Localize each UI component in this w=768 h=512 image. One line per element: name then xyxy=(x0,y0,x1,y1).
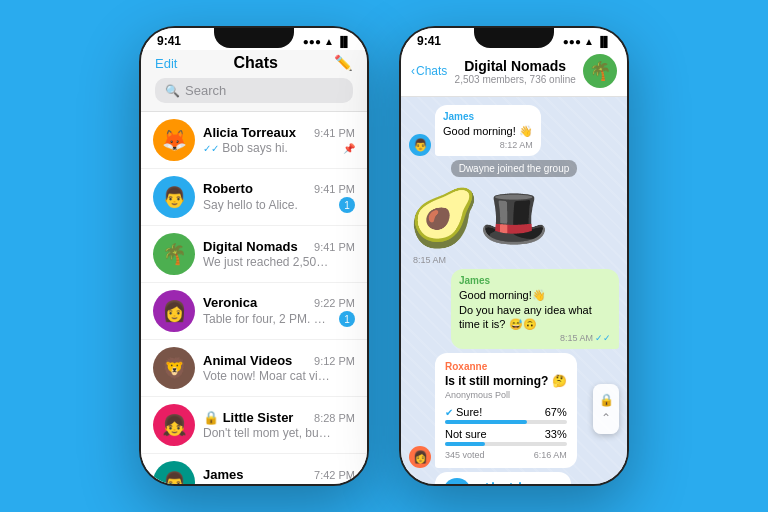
waveform-bar xyxy=(480,485,482,486)
poll-votes: 345 voted xyxy=(445,450,485,460)
waveform-bar xyxy=(492,482,494,486)
sticker: 🥑🎩 xyxy=(409,185,549,251)
chat-info: Roberto 9:41 PM Say hello to Alice. 1 xyxy=(203,181,355,213)
poll-bar-bg xyxy=(445,420,567,424)
group-avatar[interactable]: 🌴 xyxy=(583,54,617,88)
sticker-time: 8:15 AM xyxy=(413,255,619,265)
avatar: 👩 xyxy=(409,446,431,468)
message-sender: James xyxy=(443,111,533,122)
chat-name-row: Roberto 9:41 PM xyxy=(203,181,355,196)
avatar: 👨 xyxy=(409,134,431,156)
search-icon: 🔍 xyxy=(165,84,180,98)
chat-preview: We just reached 2,500 members! WOO! xyxy=(203,255,333,269)
battery-icon: ▐▌ xyxy=(337,36,351,47)
message-row: James Good morning!👋 Do you have any ide… xyxy=(409,269,619,349)
waveform-bar xyxy=(486,483,488,486)
wifi-icon: ▲ xyxy=(324,36,334,47)
poll-label: ✔Sure! 67% xyxy=(445,406,567,418)
chat-preview: Don't tell mom yet, but I got the job! I… xyxy=(203,426,333,440)
list-item[interactable]: 🦁 Animal Videos 9:12 PM Vote now! Moar c… xyxy=(141,340,367,397)
chat-time: 9:41 PM xyxy=(314,241,355,253)
status-icons-left: ●●● ▲ ▐▌ xyxy=(303,36,351,47)
battery-icon-r: ▐▌ xyxy=(597,36,611,47)
chat-name: Roberto xyxy=(203,181,253,196)
chevron-up-icon: ⌃ xyxy=(601,411,611,425)
chat-time: 9:41 PM xyxy=(314,183,355,195)
chat-name: Alicia Torreaux xyxy=(203,125,296,140)
message-row: 👨 James Good morning! 👋 8:12 AM xyxy=(409,105,619,156)
poll-pct: 67% xyxy=(545,406,567,418)
poll-footer: 345 voted 6:16 AM xyxy=(445,450,567,460)
waveform-bar xyxy=(510,483,512,486)
waveform-bar xyxy=(504,485,506,486)
chat-name: James xyxy=(203,467,243,482)
poll-option: Not sure 33% xyxy=(445,428,567,446)
list-item[interactable]: 👨 Roberto 9:41 PM Say hello to Alice. 1 xyxy=(141,169,367,226)
poll-sender: Roxanne xyxy=(445,361,567,372)
chat-preview-row: Table for four, 2 PM. Be there. 1 xyxy=(203,311,355,327)
chat-name: Digital Nomads xyxy=(203,239,298,254)
message-bubble: James Good morning!👋 Do you have any ide… xyxy=(451,269,619,349)
poll-bubble: Roxanne Is it still morning? 🤔 Anonymous… xyxy=(435,353,577,468)
poll-question: Is it still morning? 🤔 xyxy=(445,374,567,388)
chat-name-row: Digital Nomads 9:41 PM xyxy=(203,239,355,254)
message-time: 8:12 AM xyxy=(500,140,533,150)
chat-name: Veronica xyxy=(203,295,257,310)
chats-title: Chats xyxy=(233,54,277,72)
chat-name-row: Animal Videos 9:12 PM xyxy=(203,353,355,368)
chat-name-row: James 7:42 PM xyxy=(203,467,355,482)
chat-header: Edit Chats ✏️ 🔍 Search xyxy=(141,50,367,112)
chat-preview: Table for four, 2 PM. Be there. xyxy=(203,312,333,326)
search-bar[interactable]: 🔍 Search xyxy=(155,78,353,103)
time-right: 9:41 xyxy=(417,34,441,48)
back-button[interactable]: ‹ Chats xyxy=(411,64,447,78)
compose-icon[interactable]: ✏️ xyxy=(334,54,353,72)
poll-option: ✔Sure! 67% xyxy=(445,406,567,424)
chat-list: 🦊 Alicia Torreaux 9:41 PM ✓✓ Bob says hi… xyxy=(141,112,367,486)
back-label: Chats xyxy=(416,64,447,78)
chat-preview-row: Vote now! Moar cat videos in this channe… xyxy=(203,369,355,383)
chat-preview: Say hello to Alice. xyxy=(203,198,298,212)
list-item[interactable]: 👧 🔒 Little Sister 8:28 PM Don't tell mom… xyxy=(141,397,367,454)
avatar: 👨 xyxy=(153,176,195,218)
group-info: Digital Nomads 2,503 members, 736 online xyxy=(453,58,577,85)
notch-right xyxy=(474,28,554,48)
search-placeholder: Search xyxy=(185,83,226,98)
chat-name: Animal Videos xyxy=(203,353,292,368)
notch-left xyxy=(214,28,294,48)
chat-time: 8:28 PM xyxy=(314,412,355,424)
edit-button[interactable]: Edit xyxy=(155,56,177,71)
scroll-lock-fab[interactable]: 🔒 ⌃ xyxy=(593,384,619,434)
chat-info: James 7:42 PM ✓✓ Check these out xyxy=(203,467,355,486)
list-item[interactable]: 🦊 Alicia Torreaux 9:41 PM ✓✓ Bob says hi… xyxy=(141,112,367,169)
left-phone: 9:41 ●●● ▲ ▐▌ Edit Chats ✏️ 🔍 Search 🦊 xyxy=(139,26,369,486)
avatar: 🌴 xyxy=(153,233,195,275)
group-header: ‹ Chats Digital Nomads 2,503 members, 73… xyxy=(401,50,627,97)
poll-check-icon: ✔ xyxy=(445,407,453,418)
poll-label: Not sure 33% xyxy=(445,428,567,440)
poll-type: Anonymous Poll xyxy=(445,390,567,400)
chat-name: 🔒 Little Sister xyxy=(203,410,293,425)
double-check-icon: ✓✓ xyxy=(203,485,219,486)
message-text: Good morning!👋 Do you have any idea what… xyxy=(459,288,611,331)
list-item[interactable]: 🌴 Digital Nomads 9:41 PM We just reached… xyxy=(141,226,367,283)
avatar: 🦁 xyxy=(153,347,195,389)
chat-preview: Vote now! Moar cat videos in this channe… xyxy=(203,369,333,383)
message-sender: James xyxy=(459,275,611,286)
message-time-row: 8:15 AM ✓✓ xyxy=(459,333,611,343)
chat-preview: ✓✓ Check these out xyxy=(203,483,309,486)
poll-pct: 33% xyxy=(545,428,567,440)
unread-badge: 1 xyxy=(339,197,355,213)
signal-icon: ●●● xyxy=(303,36,321,47)
chat-name-row: Veronica 9:22 PM xyxy=(203,295,355,310)
chat-name-row: Alicia Torreaux 9:41 PM xyxy=(203,125,355,140)
pin-icon: 📌 xyxy=(343,143,355,154)
play-button[interactable]: ▶ xyxy=(443,478,471,486)
list-item[interactable]: 👩 Veronica 9:22 PM Table for four, 2 PM.… xyxy=(141,283,367,340)
list-item[interactable]: 👨 James 7:42 PM ✓✓ Check these out xyxy=(141,454,367,486)
chat-info: Veronica 9:22 PM Table for four, 2 PM. B… xyxy=(203,295,355,327)
time-left: 9:41 xyxy=(157,34,181,48)
poll-time: 6:16 AM xyxy=(534,450,567,460)
group-members: 2,503 members, 736 online xyxy=(453,74,577,85)
chat-preview-row: ✓✓ Check these out xyxy=(203,483,355,486)
